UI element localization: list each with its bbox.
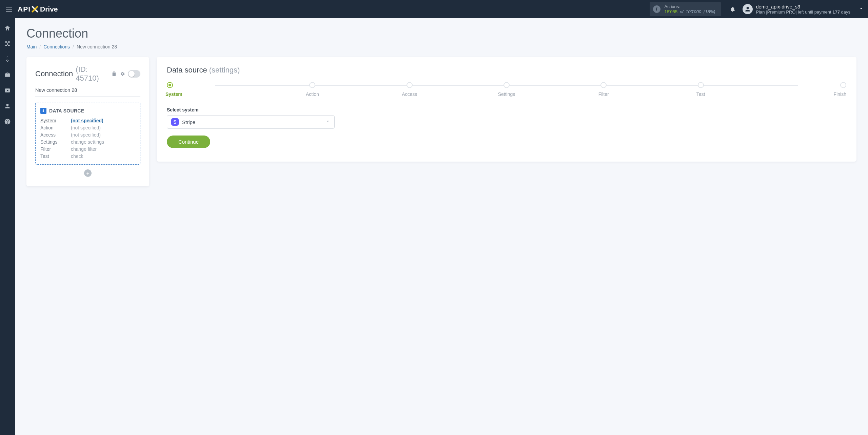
enable-toggle[interactable]: [128, 70, 140, 78]
logo-x-icon: [31, 5, 39, 13]
breadcrumb-current: New connection 28: [77, 44, 117, 49]
main-card-subtitle: (settings): [209, 66, 240, 74]
actions-percent: (18%): [704, 9, 715, 14]
step-label: System: [165, 91, 182, 97]
gear-icon[interactable]: [120, 71, 125, 77]
chevron-down-icon: [326, 119, 330, 125]
notifications-bell-icon[interactable]: [727, 3, 738, 15]
chevron-down-icon[interactable]: [859, 6, 864, 13]
breadcrumb-main[interactable]: Main: [26, 44, 37, 49]
step-dot: [698, 82, 704, 88]
actions-used: 18'055: [665, 9, 678, 14]
ds-row-value: check: [71, 153, 135, 159]
step-filter[interactable]: Filter: [555, 82, 652, 97]
step-settings[interactable]: Settings: [458, 82, 555, 97]
ds-row-key[interactable]: System: [40, 118, 71, 123]
step-label: Action: [306, 91, 319, 97]
data-source-settings-card: Data source (settings) SystemActionAcces…: [157, 57, 856, 162]
main-content: Connection Main / Connections / New conn…: [15, 18, 868, 435]
step-dot: [504, 82, 510, 88]
ds-row-value: change filter: [71, 146, 135, 152]
actions-values: 18'055 of 100'000 (18%): [665, 9, 715, 14]
logo[interactable]: API Drive: [18, 5, 58, 13]
ds-row-key: Filter: [40, 146, 71, 152]
step-dot: [600, 82, 607, 88]
step-dot: [840, 82, 846, 88]
step-dot: [407, 82, 413, 88]
ds-row-value: change settings: [71, 139, 135, 145]
stripe-icon: S: [171, 118, 179, 126]
briefcase-icon[interactable]: [4, 71, 11, 79]
username: demo_apix-drive_s3: [756, 4, 850, 9]
plan-suffix: days: [840, 9, 850, 15]
plan-mid: | left until payment: [795, 9, 832, 15]
logo-text-drive: Drive: [40, 5, 58, 13]
step-test[interactable]: Test: [652, 82, 749, 97]
plan-days: 177: [832, 9, 840, 15]
step-dot: [167, 82, 173, 88]
step-finish[interactable]: Finish: [749, 82, 846, 97]
step-label: Access: [402, 91, 417, 97]
ds-row-value: (not specified): [71, 125, 135, 130]
connection-name: New connection 28: [35, 87, 140, 97]
step-label: Settings: [498, 91, 515, 97]
user-icon[interactable]: [4, 102, 11, 110]
system-select[interactable]: S Stripe: [167, 115, 335, 129]
actions-limit: 100'000: [686, 9, 701, 14]
page-title: Connection: [26, 26, 856, 41]
connection-id: (ID: 45710): [76, 65, 108, 83]
avatar-icon: [743, 4, 753, 14]
dollar-icon[interactable]: [4, 56, 11, 63]
select-system-label: Select system: [167, 107, 846, 112]
home-icon[interactable]: [4, 24, 11, 32]
step-label: Test: [696, 91, 705, 97]
breadcrumb-connections[interactable]: Connections: [43, 44, 70, 49]
main-card-title-text: Data source: [167, 66, 207, 74]
breadcrumb-separator: /: [39, 44, 41, 49]
sitemap-icon[interactable]: [4, 40, 11, 47]
hamburger-menu-button[interactable]: [4, 4, 14, 14]
data-source-heading: DATA SOURCE: [49, 108, 84, 113]
breadcrumb: Main / Connections / New connection 28: [26, 44, 856, 49]
ds-row-key: Test: [40, 153, 71, 159]
step-dot: [309, 82, 315, 88]
data-source-rows: System(not specified)Action(not specifie…: [40, 118, 135, 159]
step-action[interactable]: Action: [264, 82, 361, 97]
breadcrumb-separator: /: [73, 44, 74, 49]
side-card-title: Connection: [35, 69, 73, 78]
user-menu[interactable]: demo_apix-drive_s3 Plan |Premium PRO| le…: [743, 4, 864, 15]
actions-counter[interactable]: i Actions: 18'055 of 100'000 (18%): [650, 2, 721, 16]
ds-row-value: (not specified): [71, 132, 135, 138]
ds-row-key: Action: [40, 125, 71, 130]
system-select-value: Stripe: [182, 119, 195, 125]
ds-row-key: Access: [40, 132, 71, 138]
plan-line: Plan |Premium PRO| left until payment 17…: [756, 9, 850, 15]
step-access[interactable]: Access: [361, 82, 458, 97]
clipboard-icon[interactable]: [112, 71, 117, 77]
info-icon: i: [653, 5, 660, 13]
step-system[interactable]: System: [167, 82, 264, 97]
continue-button[interactable]: Continue: [167, 136, 210, 148]
user-meta: demo_apix-drive_s3 Plan |Premium PRO| le…: [756, 4, 850, 15]
wizard-stepper: SystemActionAccessSettingsFilterTestFini…: [167, 82, 846, 97]
plan-name: Premium PRO: [767, 9, 796, 15]
step-number-badge: 1: [40, 108, 46, 114]
help-icon[interactable]: [4, 118, 11, 125]
add-step-button[interactable]: +: [84, 169, 92, 177]
topbar: API Drive i Actions: 18'055 of 100'000 (…: [0, 0, 868, 18]
sidebar: [0, 18, 15, 435]
youtube-icon[interactable]: [4, 87, 11, 94]
data-source-box: 1 DATA SOURCE System(not specified)Actio…: [35, 103, 140, 165]
ds-row-value[interactable]: (not specified): [71, 118, 135, 123]
actions-of: of: [680, 9, 684, 14]
actions-label: Actions:: [665, 4, 715, 9]
step-label: Filter: [598, 91, 609, 97]
ds-row-key: Settings: [40, 139, 71, 145]
main-card-title: Data source (settings): [167, 66, 846, 75]
logo-text-api: API: [18, 5, 31, 13]
connection-summary-card: Connection (ID: 45710) New connection 28…: [26, 57, 149, 186]
step-label: Finish: [834, 91, 846, 97]
plan-prefix: Plan |: [756, 9, 767, 15]
